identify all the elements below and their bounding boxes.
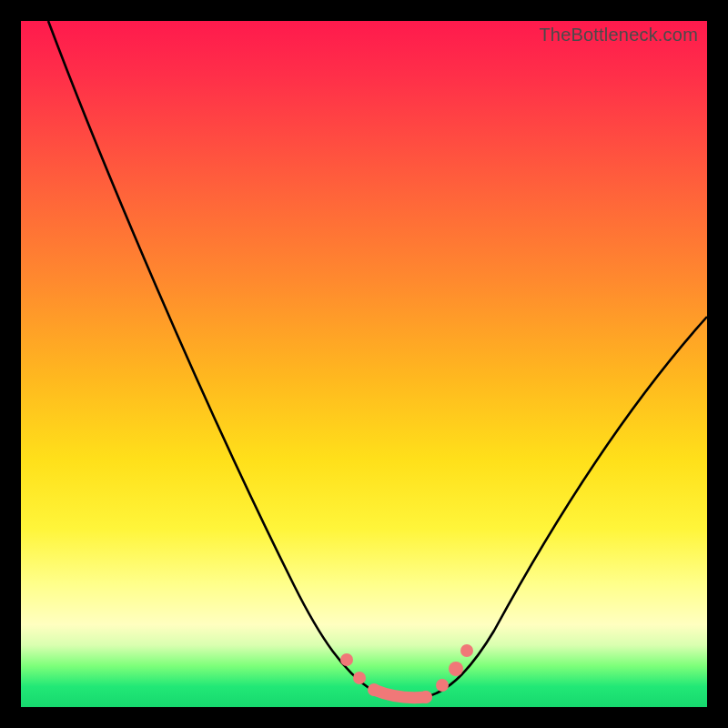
bottleneck-curve: [48, 21, 707, 699]
svg-point-0: [340, 653, 353, 666]
curve-layer: [21, 21, 707, 707]
svg-point-6: [460, 644, 473, 657]
highlight-markers: [340, 644, 473, 703]
svg-point-4: [436, 679, 449, 692]
svg-point-5: [449, 662, 463, 676]
svg-point-1: [353, 672, 366, 684]
svg-point-2: [368, 683, 380, 696]
plot-area: TheBottleneck.com: [21, 21, 707, 707]
svg-point-3: [420, 691, 432, 703]
outer-frame: TheBottleneck.com: [0, 0, 728, 728]
